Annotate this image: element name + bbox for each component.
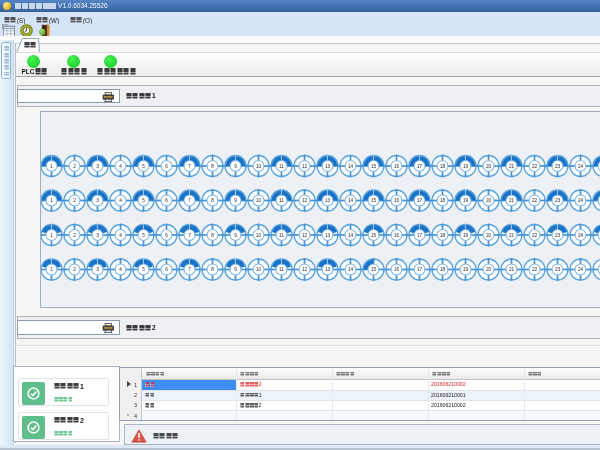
svg-text:15: 15 (371, 267, 377, 272)
svg-text:16: 16 (394, 233, 400, 238)
svg-text:5: 5 (142, 267, 145, 272)
svg-text:23: 23 (555, 267, 561, 272)
svg-text:2: 2 (73, 164, 76, 169)
svg-text:3: 3 (96, 164, 99, 169)
svg-text:16: 16 (394, 267, 400, 272)
svg-text:9: 9 (234, 233, 237, 238)
svg-text:2: 2 (73, 267, 76, 272)
svg-text:9: 9 (234, 198, 237, 203)
svg-text:5: 5 (142, 233, 145, 238)
svg-text:19: 19 (463, 267, 469, 272)
svg-text:12: 12 (302, 233, 308, 238)
svg-text:17: 17 (417, 198, 423, 203)
svg-text:20: 20 (486, 267, 492, 272)
svg-text:14: 14 (348, 198, 354, 203)
svg-text:15: 15 (371, 198, 377, 203)
svg-text:7: 7 (188, 267, 191, 272)
svg-text:18: 18 (440, 233, 446, 238)
svg-text:18: 18 (440, 267, 446, 272)
svg-text:20: 20 (486, 198, 492, 203)
svg-text:24: 24 (578, 164, 584, 169)
svg-text:13: 13 (325, 267, 331, 272)
svg-text:21: 21 (509, 233, 515, 238)
svg-text:9: 9 (234, 267, 237, 272)
svg-text:8: 8 (211, 233, 214, 238)
svg-text:11: 11 (279, 198, 284, 203)
svg-text:19: 19 (463, 164, 469, 169)
svg-text:6: 6 (165, 267, 168, 272)
svg-text:7: 7 (188, 198, 191, 203)
svg-text:7: 7 (188, 233, 191, 238)
svg-text:22: 22 (532, 267, 538, 272)
svg-text:6: 6 (165, 164, 168, 169)
svg-text:18: 18 (440, 198, 446, 203)
svg-text:4: 4 (119, 233, 122, 238)
svg-text:21: 21 (509, 164, 515, 169)
svg-text:24: 24 (578, 198, 584, 203)
svg-text:8: 8 (211, 164, 214, 169)
svg-text:15: 15 (371, 164, 377, 169)
svg-text:22: 22 (532, 233, 538, 238)
svg-text:8: 8 (211, 267, 214, 272)
svg-text:19: 19 (463, 198, 469, 203)
svg-text:24: 24 (578, 233, 584, 238)
svg-text:12: 12 (302, 164, 308, 169)
svg-text:24: 24 (578, 267, 584, 272)
svg-text:13: 13 (325, 164, 331, 169)
svg-text:10: 10 (256, 233, 262, 238)
svg-text:3: 3 (96, 198, 99, 203)
svg-text:2: 2 (73, 233, 76, 238)
svg-text:10: 10 (256, 164, 262, 169)
svg-text:10: 10 (256, 198, 262, 203)
svg-text:1: 1 (50, 233, 53, 238)
svg-text:13: 13 (325, 233, 331, 238)
svg-text:9: 9 (234, 164, 237, 169)
svg-text:14: 14 (348, 267, 354, 272)
svg-text:23: 23 (555, 198, 561, 203)
svg-text:11: 11 (279, 164, 284, 169)
svg-text:17: 17 (417, 164, 423, 169)
svg-text:6: 6 (165, 233, 168, 238)
svg-text:20: 20 (486, 164, 492, 169)
svg-text:17: 17 (417, 267, 423, 272)
svg-text:4: 4 (119, 267, 122, 272)
svg-text:12: 12 (302, 198, 308, 203)
svg-text:23: 23 (555, 233, 561, 238)
svg-text:4: 4 (119, 164, 122, 169)
svg-text:1: 1 (50, 267, 53, 272)
svg-text:13: 13 (325, 198, 331, 203)
svg-text:17: 17 (417, 233, 423, 238)
svg-text:1: 1 (50, 164, 53, 169)
svg-text:22: 22 (532, 198, 538, 203)
svg-text:22: 22 (532, 164, 538, 169)
svg-text:21: 21 (509, 198, 515, 203)
svg-text:7: 7 (188, 164, 191, 169)
svg-text:8: 8 (211, 198, 214, 203)
svg-text:14: 14 (348, 164, 354, 169)
svg-text:1: 1 (50, 198, 53, 203)
svg-text:21: 21 (509, 267, 515, 272)
svg-text:11: 11 (279, 233, 284, 238)
svg-text:20: 20 (486, 233, 492, 238)
svg-text:16: 16 (394, 164, 400, 169)
svg-text:5: 5 (142, 198, 145, 203)
svg-text:4: 4 (119, 198, 122, 203)
svg-text:3: 3 (96, 233, 99, 238)
svg-text:14: 14 (348, 233, 354, 238)
svg-text:23: 23 (555, 164, 561, 169)
svg-text:5: 5 (142, 164, 145, 169)
svg-text:3: 3 (96, 267, 99, 272)
svg-text:18: 18 (440, 164, 446, 169)
svg-text:10: 10 (256, 267, 262, 272)
svg-text:6: 6 (165, 198, 168, 203)
svg-text:19: 19 (463, 233, 469, 238)
svg-text:12: 12 (302, 267, 308, 272)
svg-text:2: 2 (73, 198, 76, 203)
svg-text:15: 15 (371, 233, 377, 238)
svg-text:11: 11 (279, 267, 284, 272)
svg-text:16: 16 (394, 198, 400, 203)
